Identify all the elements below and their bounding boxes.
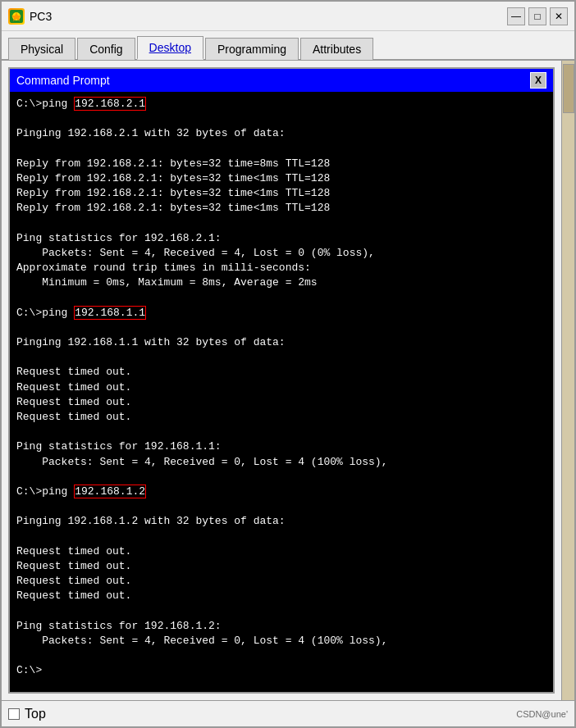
tab-bar: Physical Config Desktop Programming Attr…: [2, 31, 574, 61]
close-button[interactable]: ✕: [550, 7, 568, 25]
cmd-timeout-8: Request timed out.: [16, 589, 131, 602]
cmd-reply-1: Reply from 192.168.2.1: bytes=32 time=8m…: [16, 157, 330, 170]
cmd-timeout-1: Request timed out.: [16, 366, 131, 378]
ip-highlight-2: 192.168.1.1: [74, 306, 146, 320]
cmd-pinging-2: Pinging 192.168.1.1 with 32 bytes of dat…: [16, 336, 286, 348]
cmd-timeout-2: Request timed out.: [16, 381, 131, 394]
tab-physical[interactable]: Physical: [8, 38, 75, 60]
cmd-reply-2: Reply from 192.168.2.1: bytes=32 time<1m…: [16, 172, 330, 184]
cmd-stats-3-packets: Packets: Sent = 4, Received = 0, Lost = …: [16, 635, 387, 647]
minimize-button[interactable]: —: [507, 7, 525, 25]
top-checkbox[interactable]: [8, 708, 20, 720]
cmd-prompt-final: C:\>: [16, 664, 42, 676]
cmd-stats-2-packets: Packets: Sent = 4, Received = 0, Lost = …: [16, 456, 387, 468]
window-title: PC3: [30, 10, 507, 23]
tab-attributes[interactable]: Attributes: [300, 38, 373, 60]
cmd-timeout-4: Request timed out.: [16, 411, 131, 423]
scrollbar[interactable]: [561, 61, 574, 700]
command-prompt-container: Command Prompt X C:\>ping 192.168.2.1 Pi…: [8, 67, 555, 694]
cmd-stats-1-packets: Packets: Sent = 4, Received = 4, Lost = …: [16, 247, 375, 259]
main-window: PC3 — □ ✕ Physical Config Desktop Progra…: [0, 0, 576, 728]
content-area: Command Prompt X C:\>ping 192.168.2.1 Pi…: [2, 61, 574, 700]
cmd-stats-1-header: Ping statistics for 192.168.2.1:: [16, 232, 222, 244]
cmd-title: Command Prompt: [16, 74, 110, 87]
cmd-reply-3: Reply from 192.168.2.1: bytes=32 time<1m…: [16, 187, 330, 199]
cmd-timeout-3: Request timed out.: [16, 396, 131, 408]
cmd-pinging-3: Pinging 192.168.1.2 with 32 bytes of dat…: [16, 515, 286, 527]
cmd-timeout-6: Request timed out.: [16, 560, 131, 572]
cmd-title-bar: Command Prompt X: [10, 69, 553, 92]
bottom-bar: Top CSDN@une': [2, 700, 574, 726]
tab-programming[interactable]: Programming: [205, 38, 299, 60]
cmd-line-3: C:\>ping 192.168.1.2: [16, 485, 146, 498]
cmd-timeout-5: Request timed out.: [16, 545, 131, 557]
cmd-line-2: C:\>ping 192.168.1.1: [16, 306, 146, 320]
window-controls: — □ ✕: [507, 7, 568, 25]
top-label: Top: [25, 707, 46, 721]
bottom-left: Top: [8, 707, 46, 721]
cmd-body[interactable]: C:\>ping 192.168.2.1 Pinging 192.168.2.1…: [10, 92, 553, 692]
ip-highlight-3: 192.168.1.2: [74, 485, 146, 498]
tab-config[interactable]: Config: [77, 38, 135, 60]
cmd-stats-1-approx: Approximate round trip times in milli-se…: [16, 262, 311, 274]
cmd-reply-4: Reply from 192.168.2.1: bytes=32 time<1m…: [16, 202, 330, 214]
app-icon: [8, 8, 25, 25]
maximize-button[interactable]: □: [528, 7, 546, 25]
cmd-close-button[interactable]: X: [530, 72, 546, 89]
cmd-stats-1-times: Minimum = 0ms, Maximum = 8ms, Average = …: [16, 276, 318, 289]
watermark: CSDN@une': [516, 709, 568, 719]
cmd-line-1: C:\>ping 192.168.2.1: [16, 97, 146, 111]
ip-highlight-1: 192.168.2.1: [74, 97, 146, 111]
scrollbar-thumb[interactable]: [563, 64, 574, 113]
title-bar: PC3 — □ ✕: [2, 2, 574, 31]
tab-desktop[interactable]: Desktop: [137, 36, 203, 60]
cmd-stats-2-header: Ping statistics for 192.168.1.1:: [16, 440, 222, 453]
cmd-line-pinging1: Pinging 192.168.2.1 with 32 bytes of dat…: [16, 127, 286, 139]
cmd-stats-3-header: Ping statistics for 192.168.1.2:: [16, 620, 222, 632]
cmd-timeout-7: Request timed out.: [16, 575, 131, 587]
